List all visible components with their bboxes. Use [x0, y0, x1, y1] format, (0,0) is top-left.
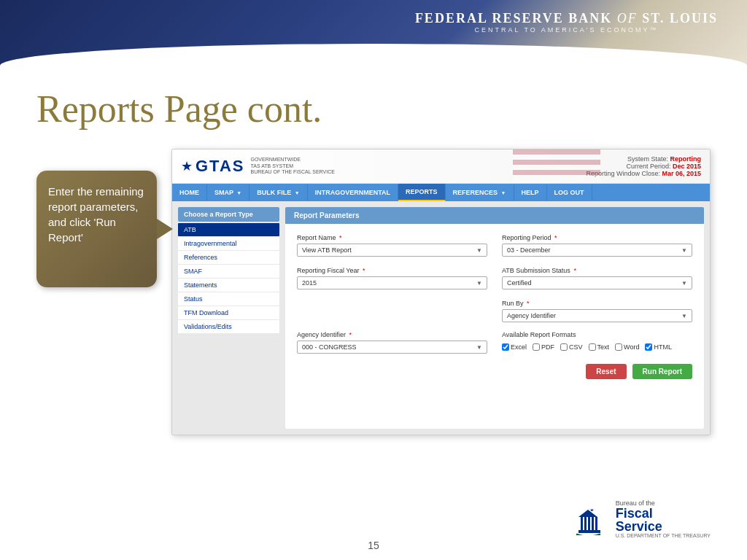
- format-pdf: PDF: [533, 343, 554, 351]
- gtas-screenshot: ★ GTAS GOVERNMENTWIDE TAS ATB SYSTEM BUR…: [171, 149, 711, 435]
- formats-label: Available Report Formats: [502, 331, 692, 338]
- gtas-system-state: System State: Reporting Current Period: …: [586, 155, 701, 177]
- form-grid-bottom: Agency Identifier * 000 - CONGRESS ▼: [297, 331, 692, 354]
- format-excel: Excel: [502, 343, 527, 351]
- report-name-label: Report Name *: [297, 234, 487, 241]
- sidebar-item-statements[interactable]: Statements: [178, 279, 279, 292]
- text-checkbox[interactable]: [589, 343, 596, 351]
- svg-rect-1: [581, 517, 583, 530]
- svg-rect-6: [578, 530, 600, 533]
- current-period-label: Current Period:: [626, 163, 670, 170]
- system-state-value: Reporting: [670, 155, 702, 163]
- formats-group: Available Report Formats Excel PDF: [502, 331, 692, 354]
- button-row: Reset Run Report: [297, 364, 692, 379]
- reset-button[interactable]: Reset: [586, 364, 626, 379]
- sidebar-item-status[interactable]: Status: [178, 292, 279, 306]
- word-checkbox[interactable]: [615, 343, 622, 351]
- sidebar-title: Choose a Report Type: [178, 207, 279, 222]
- sidebar-item-references[interactable]: References: [178, 251, 279, 264]
- format-word: Word: [615, 343, 639, 351]
- report-name-dropdown-icon: ▼: [476, 247, 482, 254]
- agency-id-select[interactable]: 000 - CONGRESS ▼: [297, 341, 487, 354]
- fiscal-year-dropdown-icon: ▼: [476, 280, 482, 287]
- atb-status-select[interactable]: Certified ▼: [502, 276, 692, 289]
- agency-id-value: 000 - CONGRESS: [302, 343, 357, 351]
- service-text: Service: [616, 520, 711, 533]
- nav-intragovernmental[interactable]: INTRAGOVERNMENTAL: [308, 184, 398, 201]
- header-wave: [0, 44, 747, 66]
- nav-references[interactable]: REFERENCES ▼: [446, 184, 514, 201]
- run-by-select[interactable]: Agency Identifier ▼: [502, 309, 692, 322]
- sidebar-item-tfm-download[interactable]: TFM Download: [178, 306, 279, 319]
- pdf-checkbox[interactable]: [533, 343, 540, 351]
- sidebar-item-atb[interactable]: ATB: [178, 223, 279, 236]
- csv-checkbox[interactable]: [560, 343, 568, 351]
- gtas-content: Choose a Report Type ATB Intragovernment…: [172, 201, 710, 435]
- gtas-header: ★ GTAS GOVERNMENTWIDE TAS ATB SYSTEM BUR…: [172, 149, 710, 184]
- run-report-button[interactable]: Run Report: [632, 364, 692, 379]
- header-logo: Federal Reserve Bank of St. Louis Centra…: [415, 11, 718, 34]
- bank-name: Federal Reserve Bank of St. Louis: [415, 11, 718, 26]
- html-checkbox[interactable]: [645, 343, 652, 351]
- bulk-file-dropdown-icon: ▼: [295, 190, 300, 195]
- form-grid: Report Name * View ATB Report ▼: [297, 234, 692, 322]
- agency-id-label: Agency Identifier *: [297, 331, 487, 338]
- run-by-label: Run By *: [502, 300, 692, 307]
- nav-home[interactable]: HOME: [172, 184, 207, 201]
- agency-id-group: Agency Identifier * 000 - CONGRESS ▼: [297, 331, 487, 354]
- gtas-logo-text: GTAS: [196, 157, 244, 176]
- panel-body: Report Name * View ATB Report ▼: [285, 224, 704, 389]
- gtas-subtitle1: GOVERNMENTWIDE: [250, 157, 334, 163]
- atb-status-required: *: [573, 267, 576, 274]
- agency-id-required: *: [349, 331, 352, 338]
- report-name-required: *: [339, 234, 342, 241]
- sidebar-item-validations-edits[interactable]: Validations/Edits: [178, 320, 279, 333]
- sidebar-item-smaf[interactable]: SMAF: [178, 265, 279, 278]
- fiscal-year-value: 2015: [302, 279, 317, 287]
- fiscal-year-select[interactable]: 2015 ▼: [297, 276, 487, 289]
- gtas-sidebar: Choose a Report Type ATB Intragovernment…: [172, 201, 285, 435]
- system-state-label: System State:: [627, 155, 668, 163]
- nav-help[interactable]: HELP: [514, 184, 547, 201]
- reporting-period-group: Reporting Period * 03 - December ▼: [502, 234, 692, 257]
- formats-checkbox-row: Excel PDF CSV: [502, 343, 692, 351]
- nav-smap[interactable]: SMAP ▼: [207, 184, 249, 201]
- fiscal-year-required: *: [363, 267, 365, 274]
- format-csv: CSV: [560, 343, 583, 351]
- gtas-star-icon: ★: [181, 158, 193, 174]
- nav-logout[interactable]: LOG OUT: [547, 184, 592, 201]
- gtas-subtitle3: BUREAU OF THE FISCAL SERVICE: [250, 169, 334, 175]
- report-name-group: Report Name * View ATB Report ▼: [297, 234, 487, 257]
- sidebar-item-intragovernmental[interactable]: Intragovernmental: [178, 237, 279, 250]
- nav-bulk-file[interactable]: BULK FILE ▼: [249, 184, 307, 201]
- reporting-period-label: Reporting Period *: [502, 234, 692, 241]
- atb-status-dropdown-icon: ▼: [681, 280, 687, 287]
- svg-rect-3: [588, 517, 590, 530]
- nav-reports[interactable]: REPORTS: [398, 184, 446, 201]
- run-by-group: Run By * Agency Identifier ▼: [502, 300, 692, 322]
- gtas-flag-decoration: [513, 149, 600, 183]
- fiscal-year-group: Reporting Fiscal Year * 2015 ▼: [297, 267, 487, 289]
- fiscal-year-label: Reporting Fiscal Year *: [297, 267, 487, 274]
- excel-checkbox[interactable]: [502, 343, 509, 351]
- slide-body: Enter the remaining report parameters, a…: [36, 149, 711, 435]
- footer-logo: Bureau of the Fiscal Service U.S. DEPART…: [575, 499, 711, 538]
- svg-marker-7: [578, 510, 597, 517]
- atb-status-group: ATB Submission Status * Certified ▼: [502, 267, 692, 289]
- smap-dropdown-icon: ▼: [236, 190, 241, 195]
- bank-name-part1: Federal Reserve Bank: [415, 11, 612, 26]
- run-by-required: *: [527, 300, 530, 307]
- bank-name-of: of: [617, 11, 638, 26]
- reporting-period-required: *: [554, 234, 557, 241]
- fiscal-text: Fiscal: [616, 507, 711, 520]
- page-title: Reports Page cont.: [36, 88, 711, 131]
- atb-status-label: ATB Submission Status *: [502, 267, 692, 274]
- gtas-logo: ★ GTAS GOVERNMENTWIDE TAS ATB SYSTEM BUR…: [181, 157, 335, 176]
- reporting-period-select[interactable]: 03 - December ▼: [502, 244, 692, 257]
- svg-marker-0: [589, 508, 594, 511]
- dept-text: U.S. DEPARTMENT OF THE TREASURY: [616, 533, 711, 538]
- atb-status-value: Certified: [507, 279, 532, 287]
- bank-name-part2: St. Louis: [642, 11, 718, 26]
- report-name-select[interactable]: View ATB Report ▼: [297, 244, 487, 257]
- gtas-panel: Report Parameters Report Name * View ATB: [285, 207, 704, 429]
